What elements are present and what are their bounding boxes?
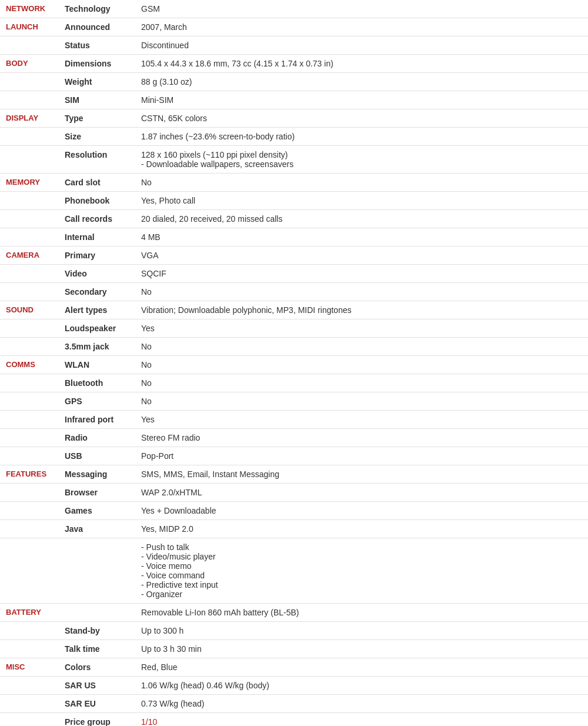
label-cell: Technology bbox=[59, 0, 135, 18]
category-cell bbox=[0, 411, 59, 429]
category-cell: COMMS bbox=[0, 356, 59, 374]
table-row: USBPop-Port bbox=[0, 447, 588, 465]
category-cell bbox=[0, 520, 59, 538]
label-cell: Type bbox=[59, 109, 135, 128]
label-cell: Colors bbox=[59, 658, 135, 677]
table-row: SAR US1.06 W/kg (head) 0.46 W/kg (body) bbox=[0, 677, 588, 695]
spec-table: NETWORKTechnologyGSMLAUNCHAnnounced2007,… bbox=[0, 0, 588, 726]
value-cell: 0.73 W/kg (head) bbox=[135, 695, 588, 713]
label-cell: Price group bbox=[59, 713, 135, 727]
table-row: DISPLAYTypeCSTN, 65K colors bbox=[0, 109, 588, 128]
label-cell: Internal bbox=[59, 228, 135, 247]
value-cell: Removable Li-Ion 860 mAh battery (BL-5B) bbox=[135, 604, 588, 622]
category-cell bbox=[0, 392, 59, 411]
label-cell: SAR EU bbox=[59, 695, 135, 713]
label-cell: Size bbox=[59, 128, 135, 146]
value-cell: Up to 3 h 30 min bbox=[135, 640, 588, 658]
table-row: Call records20 dialed, 20 received, 20 m… bbox=[0, 210, 588, 228]
label-cell: Infrared port bbox=[59, 411, 135, 429]
table-row: BrowserWAP 2.0/xHTML bbox=[0, 484, 588, 502]
value-cell: 1.06 W/kg (head) 0.46 W/kg (body) bbox=[135, 677, 588, 695]
value-cell: No bbox=[135, 283, 588, 301]
table-row: GamesYes + Downloadable bbox=[0, 502, 588, 520]
value-cell: 2007, March bbox=[135, 18, 588, 36]
label-cell: Status bbox=[59, 36, 135, 55]
label-cell: Weight bbox=[59, 73, 135, 91]
category-cell bbox=[0, 338, 59, 356]
table-row: Resolution128 x 160 pixels (~110 ppi pix… bbox=[0, 146, 588, 174]
table-row: Internal4 MB bbox=[0, 228, 588, 247]
table-row: Size1.87 inches (~23.6% screen-to-body r… bbox=[0, 128, 588, 146]
value-cell: Red, Blue bbox=[135, 658, 588, 677]
value-cell: - Push to talk- Video/music player- Voic… bbox=[135, 538, 588, 604]
table-row: Weight88 g (3.10 oz) bbox=[0, 73, 588, 91]
category-cell bbox=[0, 374, 59, 392]
category-cell: NETWORK bbox=[0, 0, 59, 18]
table-row: MISCColorsRed, Blue bbox=[0, 658, 588, 677]
label-cell: Phonebook bbox=[59, 192, 135, 210]
value-cell: WAP 2.0/xHTML bbox=[135, 484, 588, 502]
category-cell bbox=[0, 713, 59, 727]
label-cell: Card slot bbox=[59, 174, 135, 192]
label-cell: Announced bbox=[59, 18, 135, 36]
value-cell: 1/10 bbox=[135, 713, 588, 727]
category-cell bbox=[0, 210, 59, 228]
label-cell: Dimensions bbox=[59, 55, 135, 73]
label-cell: Stand-by bbox=[59, 622, 135, 640]
price-group-link[interactable]: 1/10 bbox=[141, 717, 157, 726]
category-cell bbox=[0, 319, 59, 338]
table-row: SIMMini-SIM bbox=[0, 91, 588, 109]
label-cell: Secondary bbox=[59, 283, 135, 301]
value-cell: Yes, Photo call bbox=[135, 192, 588, 210]
label-cell: Games bbox=[59, 502, 135, 520]
value-cell: Yes bbox=[135, 411, 588, 429]
value-cell: 20 dialed, 20 received, 20 missed calls bbox=[135, 210, 588, 228]
table-row: SAR EU0.73 W/kg (head) bbox=[0, 695, 588, 713]
value-cell: SQCIF bbox=[135, 265, 588, 283]
label-cell: Loudspeaker bbox=[59, 319, 135, 338]
category-cell: BATTERY bbox=[0, 604, 59, 622]
value-cell: CSTN, 65K colors bbox=[135, 109, 588, 128]
label-cell: 3.5mm jack bbox=[59, 338, 135, 356]
category-cell bbox=[0, 538, 59, 604]
label-cell: Video bbox=[59, 265, 135, 283]
category-cell: MEMORY bbox=[0, 174, 59, 192]
label-cell: SAR US bbox=[59, 677, 135, 695]
table-row: BODYDimensions105.4 x 44.3 x 18.6 mm, 73… bbox=[0, 55, 588, 73]
value-cell: Yes bbox=[135, 319, 588, 338]
label-cell: Alert types bbox=[59, 301, 135, 319]
category-cell bbox=[0, 128, 59, 146]
category-cell: DISPLAY bbox=[0, 109, 59, 128]
category-cell bbox=[0, 640, 59, 658]
category-cell: FEATURES bbox=[0, 465, 59, 484]
category-cell bbox=[0, 73, 59, 91]
category-cell bbox=[0, 283, 59, 301]
table-row: BATTERYRemovable Li-Ion 860 mAh battery … bbox=[0, 604, 588, 622]
value-cell: No bbox=[135, 338, 588, 356]
category-cell bbox=[0, 429, 59, 447]
value-cell: VGA bbox=[135, 247, 588, 265]
category-cell bbox=[0, 146, 59, 174]
table-row: NETWORKTechnologyGSM bbox=[0, 0, 588, 18]
table-row: StatusDiscontinued bbox=[0, 36, 588, 55]
value-cell: No bbox=[135, 356, 588, 374]
value-cell: 1.87 inches (~23.6% screen-to-body ratio… bbox=[135, 128, 588, 146]
label-cell: Messaging bbox=[59, 465, 135, 484]
category-cell bbox=[0, 36, 59, 55]
value-cell: 88 g (3.10 oz) bbox=[135, 73, 588, 91]
table-row: GPSNo bbox=[0, 392, 588, 411]
value-cell: Pop-Port bbox=[135, 447, 588, 465]
table-row: RadioStereo FM radio bbox=[0, 429, 588, 447]
label-cell: Bluetooth bbox=[59, 374, 135, 392]
label-cell bbox=[59, 604, 135, 622]
category-cell bbox=[0, 228, 59, 247]
table-row: SecondaryNo bbox=[0, 283, 588, 301]
table-row: SOUNDAlert typesVibration; Downloadable … bbox=[0, 301, 588, 319]
category-cell bbox=[0, 447, 59, 465]
value-cell: 4 MB bbox=[135, 228, 588, 247]
value-cell: No bbox=[135, 174, 588, 192]
table-row: LoudspeakerYes bbox=[0, 319, 588, 338]
table-row: VideoSQCIF bbox=[0, 265, 588, 283]
table-row: 3.5mm jackNo bbox=[0, 338, 588, 356]
category-cell: SOUND bbox=[0, 301, 59, 319]
